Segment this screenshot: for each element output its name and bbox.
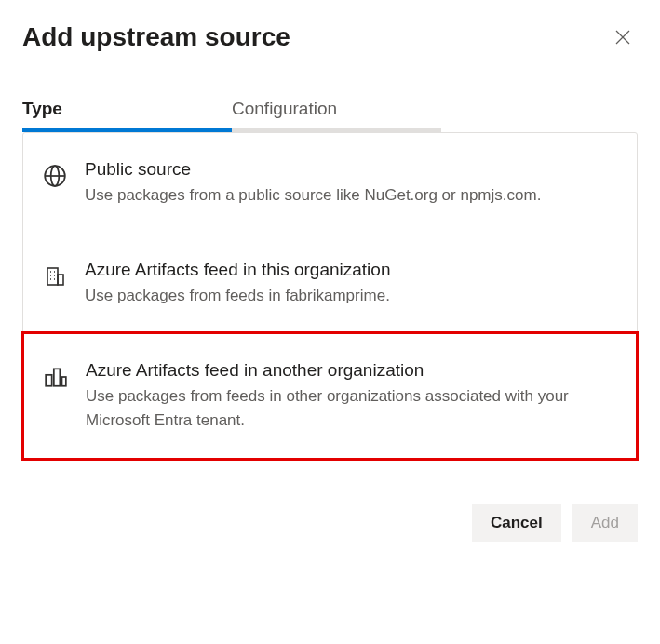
- cancel-button[interactable]: Cancel: [472, 504, 561, 542]
- close-icon: [615, 30, 630, 45]
- building-icon: [42, 263, 68, 289]
- add-button[interactable]: Add: [572, 504, 638, 542]
- option-desc: Use packages from feeds in other organiz…: [86, 384, 602, 432]
- buildings-icon: [43, 364, 69, 390]
- close-button[interactable]: [608, 22, 638, 52]
- dialog-header: Add upstream source: [22, 22, 638, 52]
- option-title: Public source: [85, 159, 603, 180]
- options-panel: Public source Use packages from a public…: [22, 132, 638, 460]
- svg-rect-5: [47, 268, 58, 285]
- option-text: Azure Artifacts feed in this organizatio…: [85, 260, 603, 308]
- option-desc: Use packages from a public source like N…: [85, 183, 603, 208]
- dialog-title: Add upstream source: [22, 22, 290, 52]
- option-text: Public source Use packages from a public…: [85, 159, 603, 208]
- dialog-footer: Cancel Add: [22, 504, 638, 542]
- option-feed-other-org[interactable]: Azure Artifacts feed in another organiza…: [21, 331, 639, 461]
- globe-icon: [42, 163, 68, 189]
- option-feed-this-org[interactable]: Azure Artifacts feed in this organizatio…: [23, 234, 637, 334]
- option-title: Azure Artifacts feed in another organiza…: [86, 360, 602, 381]
- option-public-source[interactable]: Public source Use packages from a public…: [23, 133, 637, 234]
- tab-configuration[interactable]: Configuration: [232, 89, 441, 132]
- option-text: Azure Artifacts feed in another organiza…: [86, 360, 602, 432]
- tab-type[interactable]: Type: [22, 89, 232, 132]
- tab-bar: Type Configuration: [22, 89, 638, 132]
- svg-rect-13: [46, 375, 52, 386]
- svg-rect-15: [62, 377, 66, 386]
- option-title: Azure Artifacts feed in this organizatio…: [85, 260, 603, 280]
- option-desc: Use packages from feeds in fabrikamprime…: [85, 284, 603, 308]
- svg-rect-14: [54, 369, 61, 385]
- svg-rect-6: [58, 275, 63, 285]
